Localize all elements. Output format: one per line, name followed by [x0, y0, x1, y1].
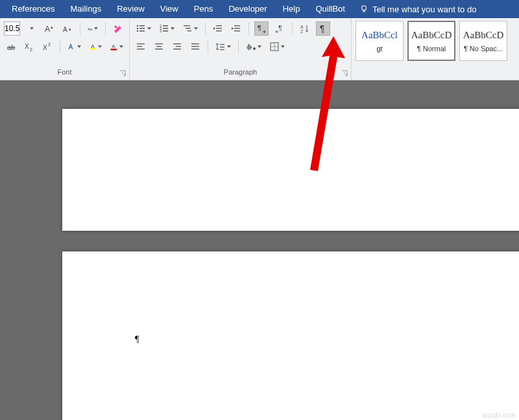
svg-rect-23 [163, 25, 168, 27]
svg-rect-55 [220, 47, 224, 47]
svg-rect-44 [137, 49, 145, 49]
svg-point-0 [361, 6, 366, 10]
multilevel-list-button[interactable] [180, 21, 200, 36]
tab-help[interactable]: Help [275, 0, 308, 18]
decrease-indent-button[interactable] [211, 21, 225, 36]
align-left-button[interactable] [134, 40, 148, 54]
style-gt[interactable]: AaBbCcl gt [356, 21, 404, 61]
svg-rect-34 [234, 25, 240, 26]
paragraph-mark-icon: ¶ [135, 334, 139, 345]
lightbulb-icon [359, 5, 368, 14]
svg-point-18 [137, 28, 138, 29]
group-styles: AaBbCcl gt AaBbCcD ¶ Normal AaBbCcD ¶ No… [352, 18, 519, 80]
svg-rect-28 [184, 25, 190, 26]
show-hide-paragraph-button[interactable]: ¶ [316, 21, 330, 36]
svg-rect-47 [155, 49, 163, 49]
svg-rect-48 [173, 43, 181, 44]
tell-me-label: Tell me what you want to do [372, 5, 476, 14]
text-effects-button[interactable]: A [66, 40, 83, 54]
pilcrow-icon: ¶ [417, 45, 423, 52]
tab-pens[interactable]: Pens [186, 0, 221, 18]
style-normal[interactable]: AaBbCcD ¶ Normal [407, 21, 455, 61]
increase-indent-button[interactable] [229, 21, 243, 36]
page-1[interactable] [62, 109, 519, 231]
svg-rect-21 [139, 30, 145, 32]
svg-rect-45 [155, 43, 163, 44]
svg-rect-35 [234, 28, 240, 29]
svg-rect-56 [220, 49, 224, 50]
document-area[interactable]: ¶ [0, 80, 519, 420]
style-no-spacing[interactable]: AaBbCcD ¶ No Spac... [459, 21, 507, 61]
style-sample: AaBbCcD [411, 30, 452, 41]
dialog-launcher-icon[interactable] [119, 69, 127, 77]
highlight-button[interactable]: A [87, 40, 104, 54]
separator [248, 22, 249, 35]
ltr-direction-button[interactable]: ¶ [254, 21, 269, 36]
style-sample: AaBbCcD [463, 30, 504, 41]
rtl-direction-button[interactable]: ¶ [272, 21, 287, 36]
change-case-button[interactable]: Aa [86, 21, 100, 36]
svg-rect-31 [216, 25, 222, 26]
numbering-button[interactable]: 123 [157, 21, 176, 36]
tab-mailings[interactable]: Mailings [62, 0, 109, 18]
pilcrow-icon: ¶ [464, 45, 470, 52]
line-spacing-button[interactable] [213, 40, 233, 54]
align-right-button[interactable] [170, 40, 184, 54]
tell-me-search[interactable]: Tell me what you want to do [353, 5, 476, 14]
dialog-launcher-icon[interactable] [341, 69, 348, 77]
svg-rect-33 [216, 30, 222, 31]
svg-rect-54 [220, 44, 224, 45]
subscript-button[interactable]: X2 [22, 40, 36, 54]
tab-quillbot[interactable]: QuillBot [308, 0, 353, 18]
font-color-button[interactable]: A [108, 40, 125, 54]
tab-view[interactable]: View [152, 0, 186, 18]
page-2[interactable]: ¶ [62, 251, 519, 420]
svg-text:X: X [25, 43, 29, 50]
svg-text:A: A [63, 26, 67, 33]
watermark: wsxdn.com [483, 412, 515, 419]
superscript-button[interactable]: X2 [40, 40, 54, 54]
svg-rect-50 [173, 49, 181, 49]
tab-references[interactable]: References [4, 0, 62, 18]
svg-text:A: A [91, 43, 95, 49]
svg-point-57 [253, 47, 256, 50]
shrink-font-button[interactable]: A▾ [60, 21, 75, 36]
svg-rect-53 [191, 49, 199, 49]
svg-text:Z: Z [300, 29, 304, 34]
svg-text:¶: ¶ [320, 23, 325, 34]
clear-formatting-button[interactable] [111, 21, 125, 36]
group-font: 10.5 A▴ A▾ Aa ab X2 X2 A A A Font [0, 18, 130, 80]
align-center-button[interactable] [152, 40, 166, 54]
justify-button[interactable] [188, 40, 202, 54]
svg-rect-46 [156, 46, 162, 47]
svg-text:¶: ¶ [278, 24, 282, 32]
tab-review[interactable]: Review [109, 0, 152, 18]
font-size-dropdown[interactable] [24, 21, 38, 36]
separator [238, 40, 239, 53]
borders-button[interactable] [267, 40, 287, 54]
svg-rect-36 [234, 30, 240, 31]
svg-rect-17 [139, 25, 145, 27]
style-name: ¶ Normal [417, 45, 446, 52]
svg-rect-29 [186, 28, 191, 29]
svg-rect-30 [187, 30, 191, 31]
svg-rect-43 [137, 46, 142, 47]
svg-rect-32 [216, 28, 222, 29]
font-size-input[interactable]: 10.5 [4, 21, 20, 36]
strikethrough-button[interactable]: ab [4, 40, 18, 54]
svg-text:2: 2 [30, 47, 32, 52]
grow-font-button[interactable]: A▴ [42, 21, 56, 36]
sort-button[interactable]: AZ [298, 21, 312, 36]
shading-button[interactable] [244, 40, 263, 54]
style-sample: AaBbCcl [361, 30, 398, 41]
group-label-font: Font [0, 68, 129, 80]
svg-text:A: A [45, 25, 50, 34]
svg-text:▴: ▴ [51, 25, 53, 29]
group-paragraph: 123 ¶ ¶ AZ ¶ [130, 18, 352, 80]
svg-text:A: A [112, 43, 115, 49]
svg-point-16 [137, 25, 138, 27]
tab-developer[interactable]: Developer [221, 0, 274, 18]
svg-text:ab: ab [7, 43, 15, 51]
style-name: gt [376, 45, 382, 52]
bullets-button[interactable] [134, 21, 153, 36]
